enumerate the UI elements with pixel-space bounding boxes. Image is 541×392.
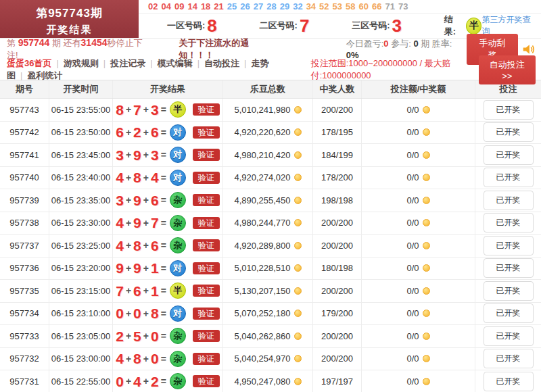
row-time: 06-15 23:45:00 — [49, 144, 113, 166]
verify-badge[interactable]: 验证 — [193, 217, 220, 229]
history-number: 04 — [161, 1, 170, 11]
row-action-cell: 已开奖 — [475, 212, 541, 235]
result-number: 8 — [133, 351, 141, 366]
nav-item-4[interactable]: 自动投注 — [204, 58, 239, 68]
plus-sign: + — [143, 285, 149, 296]
history-number: 28 — [266, 1, 276, 11]
row-action-button[interactable]: 已开奖 — [484, 168, 534, 187]
verify-badge[interactable]: 验证 — [193, 103, 220, 116]
history-number: 53 — [333, 1, 342, 11]
row-issue: 957741 — [0, 144, 49, 166]
row-issue: 957736 — [0, 258, 49, 280]
row-action-button[interactable]: 已开奖 — [484, 349, 534, 368]
zone-2-label: 二区号码: — [260, 20, 298, 32]
coin-icon — [294, 128, 302, 136]
row-beans: 5,130,207,150 — [234, 286, 290, 296]
plus-sign: + — [143, 330, 149, 341]
speaker-icon[interactable] — [522, 43, 536, 56]
verify-badge[interactable]: 验证 — [193, 330, 220, 342]
row-action-button[interactable]: 已开奖 — [484, 122, 534, 142]
row-winners: 180/198 — [313, 258, 362, 280]
row-beans: 4,980,244,770 — [234, 218, 290, 228]
result-number: 6 — [151, 193, 159, 207]
zone-3-label: 三区号码: — [352, 20, 390, 32]
nav-item-3[interactable]: 模式编辑 — [158, 58, 193, 68]
coin-icon — [423, 174, 430, 181]
plus-sign: + — [143, 195, 149, 205]
nav-item-2[interactable]: 投注记录 — [110, 58, 145, 68]
result-label: 结果: — [444, 14, 463, 38]
row-action-button[interactable]: 已开奖 — [484, 372, 534, 391]
row-issue: 957739 — [0, 189, 49, 212]
current-issue-box: 第957743期 开奖结果 — [0, 0, 139, 38]
result-number: 0 — [116, 306, 124, 320]
nav-separator: | — [244, 58, 246, 68]
plus-sign: + — [126, 240, 131, 251]
result-number: 2 — [116, 329, 124, 343]
row-time: 06-15 23:50:00 — [49, 122, 113, 144]
coin-icon — [423, 128, 430, 136]
row-issue: 957740 — [0, 167, 49, 189]
history-number: 09 — [174, 1, 184, 11]
result-number: 8 — [116, 103, 124, 117]
nav-item-6[interactable]: 盈利统计 — [27, 70, 62, 80]
row-action-button[interactable]: 已开奖 — [484, 213, 534, 232]
result-number: 8 — [133, 239, 141, 253]
row-bet: 0/0 — [406, 331, 419, 341]
table-row: 957733 06-15 23:05:00 2 + 5 + 0 = 杂 验证 5… — [0, 325, 541, 348]
equals-sign: = — [161, 376, 166, 387]
row-action-button[interactable]: 已开奖 — [484, 145, 534, 165]
history-number: 29 — [280, 1, 289, 11]
row-winners: 178/200 — [313, 167, 362, 189]
verify-badge[interactable]: 验证 — [193, 353, 220, 365]
row-action-button[interactable]: 已开奖 — [484, 258, 534, 278]
coin-icon — [423, 151, 430, 159]
table-row: 957742 06-15 23:50:00 6 + 2 + 6 = 对 验证 4… — [0, 122, 541, 145]
verify-badge[interactable]: 验证 — [193, 239, 220, 251]
zone-2-value: 7 — [300, 17, 309, 34]
row-winners: 200/200 — [313, 235, 362, 257]
row-action-button[interactable]: 已开奖 — [484, 191, 534, 210]
nav-separator: | — [56, 58, 58, 68]
row-beans-cell: 4,980,244,770 — [223, 212, 313, 235]
verify-badge[interactable]: 验证 — [193, 194, 220, 206]
history-number: 18 — [201, 1, 210, 11]
verify-badge[interactable]: 验证 — [193, 126, 220, 139]
row-action-cell: 已开奖 — [475, 122, 541, 144]
row-winners: 200/200 — [313, 99, 362, 121]
verify-badge[interactable]: 验证 — [193, 308, 220, 320]
history-number: 26 — [240, 1, 250, 11]
coin-icon — [294, 197, 302, 204]
plus-sign: + — [143, 263, 149, 274]
plus-sign: + — [126, 308, 131, 319]
result-number: 9 — [133, 148, 141, 162]
row-issue: 957733 — [0, 325, 49, 347]
verify-badge[interactable]: 验证 — [193, 172, 220, 184]
row-action-button[interactable]: 已开奖 — [484, 236, 534, 255]
nav-item-1[interactable]: 游戏规则 — [64, 58, 99, 68]
result-number: 9 — [133, 193, 141, 207]
topbar: 第957743期 开奖结果 02040914182125262728293234… — [0, 0, 541, 39]
row-bet-cell: 0/0 — [362, 280, 475, 302]
row-action-button[interactable]: 已开奖 — [484, 281, 534, 301]
row-action-button[interactable]: 已开奖 — [484, 303, 534, 323]
nav-separator: | — [20, 70, 22, 80]
row-action-button[interactable]: 已开奖 — [484, 326, 534, 346]
result-number: 8 — [151, 306, 159, 320]
join-label: 参与: — [389, 39, 414, 49]
verify-badge[interactable]: 验证 — [193, 149, 220, 161]
result-number: 2 — [133, 125, 141, 139]
verify-badge[interactable]: 验证 — [193, 285, 220, 297]
equals-sign: = — [161, 149, 166, 160]
coin-icon — [294, 378, 302, 385]
coin-icon — [423, 333, 430, 340]
verify-badge[interactable]: 验证 — [193, 375, 220, 387]
verify-badge[interactable]: 验证 — [193, 262, 220, 274]
row-result: 2 + 5 + 0 = 杂 验证 — [113, 325, 223, 347]
nav-item-0[interactable]: 蛋蛋36首页 — [7, 58, 51, 68]
row-action-button[interactable]: 已开奖 — [484, 100, 534, 120]
result-number: 0 — [133, 306, 141, 320]
row-beans: 4,920,274,020 — [234, 172, 290, 182]
result-number: 2 — [151, 374, 159, 389]
row-issue: 957735 — [0, 280, 49, 302]
